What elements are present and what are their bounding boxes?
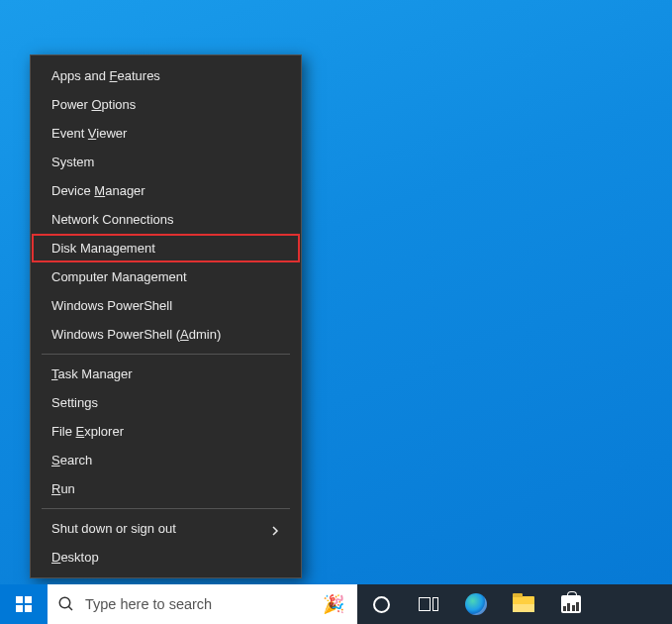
menu-item-file-explorer[interactable]: File Explorer bbox=[32, 417, 300, 446]
edge-button[interactable] bbox=[452, 584, 500, 624]
menu-item-windows-powershell-admin[interactable]: Windows PowerShell (Admin) bbox=[32, 320, 300, 349]
menu-item-label: Apps and Features bbox=[51, 68, 160, 83]
menu-item-computer-management[interactable]: Computer Management bbox=[32, 262, 300, 291]
menu-item-label: Power Options bbox=[51, 97, 136, 112]
menu-item-label: Search bbox=[51, 453, 92, 468]
menu-separator bbox=[42, 508, 290, 509]
menu-item-label: Windows PowerShell bbox=[51, 298, 172, 313]
svg-point-0 bbox=[59, 597, 70, 608]
menu-item-desktop[interactable]: Desktop bbox=[32, 543, 300, 572]
menu-item-label: Windows PowerShell (Admin) bbox=[51, 327, 221, 342]
search-icon bbox=[57, 595, 75, 613]
menu-item-task-manager[interactable]: Task Manager bbox=[32, 360, 300, 388]
news-interests-icon[interactable]: 🎉 bbox=[310, 584, 357, 624]
folder-icon bbox=[513, 596, 534, 612]
taskbar: Type here to search 🎉 bbox=[0, 584, 672, 624]
menu-item-label: Computer Management bbox=[51, 269, 187, 284]
task-view-button[interactable] bbox=[405, 584, 452, 624]
menu-item-search[interactable]: Search bbox=[32, 446, 300, 474]
search-placeholder: Type here to search bbox=[85, 596, 212, 612]
svg-line-1 bbox=[68, 606, 72, 610]
menu-item-power-options[interactable]: Power Options bbox=[32, 90, 300, 119]
taskbar-search[interactable]: Type here to search bbox=[48, 584, 310, 624]
chevron-right-icon bbox=[270, 524, 280, 534]
menu-item-label: Settings bbox=[51, 395, 98, 410]
menu-item-settings[interactable]: Settings bbox=[32, 388, 300, 417]
cortana-button[interactable] bbox=[357, 584, 405, 624]
desktop: Apps and FeaturesPower OptionsEvent View… bbox=[0, 0, 672, 624]
winx-context-menu: Apps and FeaturesPower OptionsEvent View… bbox=[30, 54, 302, 578]
cortana-icon bbox=[373, 596, 390, 613]
menu-separator bbox=[42, 354, 290, 355]
menu-item-device-manager[interactable]: Device Manager bbox=[32, 176, 300, 205]
edge-icon bbox=[465, 593, 487, 615]
store-icon bbox=[561, 595, 581, 613]
windows-logo-icon bbox=[16, 596, 32, 612]
menu-item-label: File Explorer bbox=[51, 424, 124, 439]
menu-item-label: System bbox=[51, 155, 94, 169]
task-view-icon bbox=[419, 597, 438, 611]
menu-item-network-connections[interactable]: Network Connections bbox=[32, 205, 300, 234]
menu-item-label: Shut down or sign out bbox=[51, 521, 176, 536]
store-button[interactable] bbox=[547, 584, 595, 624]
menu-item-label: Desktop bbox=[51, 550, 99, 565]
taskbar-buttons: 🎉 bbox=[310, 584, 595, 624]
start-button[interactable] bbox=[0, 584, 48, 624]
menu-item-windows-powershell[interactable]: Windows PowerShell bbox=[32, 291, 300, 320]
file-explorer-button[interactable] bbox=[500, 584, 547, 624]
menu-item-event-viewer[interactable]: Event Viewer bbox=[32, 119, 300, 148]
menu-item-shut-down-or-sign-out[interactable]: Shut down or sign out bbox=[32, 514, 300, 543]
menu-item-label: Event Viewer bbox=[51, 126, 127, 141]
menu-item-label: Run bbox=[51, 481, 75, 496]
menu-item-label: Task Manager bbox=[51, 366, 133, 381]
menu-item-label: Disk Management bbox=[51, 241, 155, 256]
menu-item-label: Network Connections bbox=[51, 212, 174, 227]
menu-item-system[interactable]: System bbox=[32, 148, 300, 176]
menu-item-label: Device Manager bbox=[51, 183, 145, 198]
menu-item-run[interactable]: Run bbox=[32, 474, 300, 503]
menu-item-apps-and-features[interactable]: Apps and Features bbox=[32, 61, 300, 90]
menu-item-disk-management[interactable]: Disk Management bbox=[32, 234, 300, 262]
